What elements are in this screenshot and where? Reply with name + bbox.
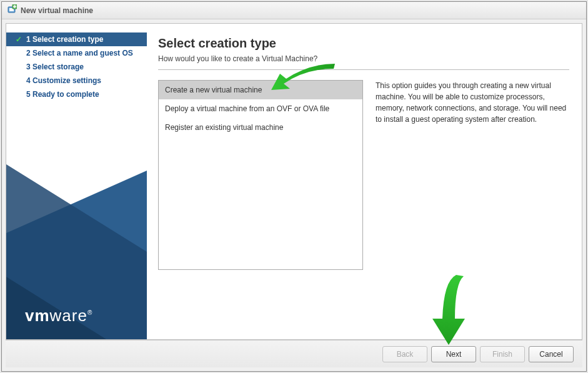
cancel-button[interactable]: Cancel xyxy=(529,346,574,362)
wizard-footer: Back Next Finish Cancel xyxy=(6,340,582,367)
back-button[interactable]: Back xyxy=(382,346,427,362)
content-row: Create a new virtual machineDeploy a vir… xyxy=(158,80,569,333)
dialog-body: ✓1 Select creation type2 Select a name a… xyxy=(6,23,582,340)
step-label: 3 Select storage xyxy=(26,62,84,71)
sidebar-art xyxy=(6,139,147,339)
vm-new-icon xyxy=(7,4,17,16)
option-description: This option guides you through creating … xyxy=(376,80,569,333)
creation-option[interactable]: Deploy a virtual machine from an OVF or … xyxy=(159,99,362,118)
wizard-step-4[interactable]: 4 Customize settings xyxy=(6,74,147,87)
wizard-step-3[interactable]: 3 Select storage xyxy=(6,60,147,74)
svg-marker-4 xyxy=(6,164,147,339)
next-button[interactable]: Next xyxy=(431,346,476,362)
wizard-steps: ✓1 Select creation type2 Select a name a… xyxy=(6,24,147,101)
svg-marker-5 xyxy=(6,277,106,339)
step-label: 4 Customize settings xyxy=(26,76,101,85)
wizard-step-2[interactable]: 2 Select a name and guest OS xyxy=(6,46,147,60)
wizard-sidebar: ✓1 Select creation type2 Select a name a… xyxy=(6,24,147,339)
window-title: New virtual machine xyxy=(21,6,93,15)
check-icon: ✓ xyxy=(15,35,22,44)
titlebar: New virtual machine xyxy=(2,2,586,19)
svg-marker-3 xyxy=(6,171,147,339)
step-label: 5 Ready to complete xyxy=(26,90,99,99)
vmware-logo: vmware® xyxy=(25,306,92,326)
creation-type-list: Create a new virtual machineDeploy a vir… xyxy=(158,80,363,270)
wizard-main: Select creation type How would you like … xyxy=(147,24,582,339)
step-label: 2 Select a name and guest OS xyxy=(26,49,133,57)
creation-option[interactable]: Create a new virtual machine xyxy=(159,81,362,99)
creation-option[interactable]: Register an existing virtual machine xyxy=(159,118,362,137)
wizard-step-1[interactable]: ✓1 Select creation type xyxy=(6,32,147,46)
wizard-step-5[interactable]: 5 Ready to complete xyxy=(6,87,147,101)
finish-button[interactable]: Finish xyxy=(480,346,525,362)
new-vm-dialog: New virtual machine ✓1 Select creation t… xyxy=(1,1,587,372)
page-heading: Select creation type xyxy=(158,36,569,51)
step-label: 1 Select creation type xyxy=(26,35,103,44)
page-subtitle: How would you like to create a Virtual M… xyxy=(158,54,569,70)
